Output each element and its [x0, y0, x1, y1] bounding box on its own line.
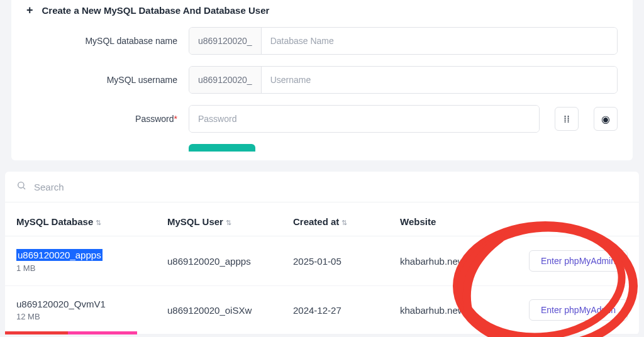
- col-header-created[interactable]: Created at⇅: [293, 216, 400, 227]
- label-password: Password*: [26, 114, 177, 124]
- db-user: u869120020_appps: [167, 256, 293, 267]
- label-username: MySQL username: [26, 75, 177, 85]
- submit-button[interactable]: [189, 144, 255, 152]
- db-list-card: MySQL Database⇅ MySQL User⇅ Created at⇅ …: [5, 172, 639, 334]
- dots-icon: ⁞⁞: [564, 113, 570, 125]
- prefix-db: u869120020_: [189, 28, 262, 54]
- progress-bar: [5, 331, 639, 334]
- sort-icon: ⇅: [341, 219, 347, 226]
- progress-red: [5, 331, 68, 334]
- row-db-name: MySQL database name u869120020_: [26, 27, 618, 55]
- card-title: Create a New MySQL Database And Database…: [42, 5, 270, 16]
- input-group-username: u869120020_: [189, 66, 618, 94]
- svg-point-0: [18, 182, 24, 188]
- create-db-card: + Create a New MySQL Database And Databa…: [11, 0, 633, 160]
- col-header-user[interactable]: MySQL User⇅: [167, 216, 293, 227]
- db-name: u869120020_appps: [16, 249, 103, 261]
- sort-icon: ⇅: [96, 219, 101, 226]
- input-password[interactable]: [189, 106, 539, 132]
- db-created: 2024-12-27: [293, 305, 400, 316]
- input-group-password: [189, 105, 540, 133]
- db-created: 2025-01-05: [293, 256, 400, 267]
- input-group-db-name: u869120020_: [189, 27, 618, 55]
- table-row[interactable]: u869120020_appps1 MBu869120020_appps2025…: [5, 236, 639, 286]
- eye-icon: ◉: [601, 113, 610, 125]
- enter-phpmyadmin-button[interactable]: Enter phpMyAdmin: [529, 250, 628, 272]
- db-site: khabarhub.news: [400, 256, 507, 267]
- table-row[interactable]: u869120020_QvmV112 MBu869120020_oiSXw202…: [5, 286, 639, 334]
- col-header-action: [507, 216, 628, 227]
- db-size: 12 MB: [16, 312, 167, 321]
- col-header-site: Website: [400, 216, 507, 227]
- plus-icon: +: [26, 4, 33, 17]
- col-header-db[interactable]: MySQL Database⇅: [16, 216, 167, 227]
- card-header[interactable]: + Create a New MySQL Database And Databa…: [26, 1, 618, 27]
- toggle-password-visibility-button[interactable]: ◉: [594, 107, 618, 131]
- sort-icon: ⇅: [226, 219, 231, 226]
- prefix-user: u869120020_: [189, 67, 262, 93]
- row-username: MySQL username u869120020_: [26, 66, 618, 94]
- db-size: 1 MB: [16, 263, 167, 273]
- db-user: u869120020_oiSXw: [167, 305, 293, 316]
- row-password: Password* ⁞⁞ ◉: [26, 105, 618, 133]
- search-icon: [16, 180, 26, 193]
- db-name: u869120020_QvmV1: [16, 299, 167, 309]
- svg-line-1: [23, 187, 25, 189]
- generate-password-button[interactable]: ⁞⁞: [555, 107, 579, 131]
- db-site: khabarhub.news: [400, 305, 507, 316]
- input-username[interactable]: [262, 67, 617, 93]
- label-db-name: MySQL database name: [26, 36, 177, 46]
- progress-pink: [68, 331, 137, 334]
- table-header: MySQL Database⇅ MySQL User⇅ Created at⇅ …: [5, 202, 639, 236]
- enter-phpmyadmin-button[interactable]: Enter phpMyAdmin: [529, 299, 628, 321]
- search-input[interactable]: [34, 182, 628, 192]
- search-row: [5, 172, 639, 202]
- input-db-name[interactable]: [262, 28, 617, 54]
